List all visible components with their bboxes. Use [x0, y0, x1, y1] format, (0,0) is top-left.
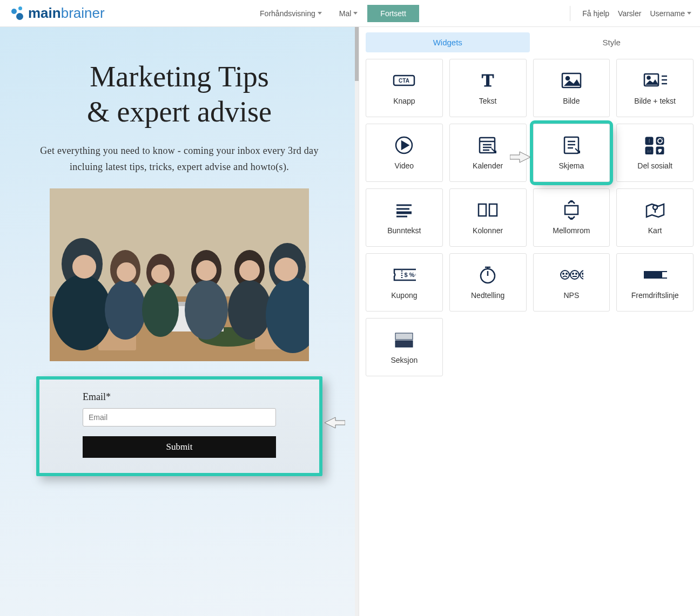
widget-kart[interactable]: Kart	[616, 188, 694, 247]
widget-label: Bunntekst	[387, 226, 421, 235]
tab-style[interactable]: Style	[530, 32, 694, 52]
svg-marker-38	[402, 141, 408, 149]
widget-bilde[interactable]: Bilde	[533, 59, 610, 117]
widget-kolonner[interactable]: Kolonner	[449, 188, 527, 247]
widget-label: Del sosialt	[637, 161, 672, 170]
svg-text:T: T	[482, 71, 494, 90]
nps-icon	[560, 265, 583, 285]
page-headline: Marketing Tips & expert advise	[16, 59, 342, 130]
headline-line2: & expert advise	[87, 96, 272, 128]
kupong-icon: $ %	[392, 265, 416, 285]
svg-rect-85	[654, 273, 657, 277]
video-icon	[392, 136, 416, 155]
svg-point-33	[647, 77, 650, 79]
svg-point-23	[196, 260, 217, 281]
bunntekst-icon	[392, 200, 416, 220]
widget-nps[interactable]: NPS	[533, 253, 610, 312]
nav-username[interactable]: Username	[650, 9, 691, 18]
svg-point-24	[239, 260, 260, 281]
svg-point-80	[582, 273, 583, 274]
brand-mark-icon	[9, 5, 25, 22]
svg-point-79	[580, 270, 583, 279]
svg-point-53	[661, 138, 663, 140]
brand-text-2: brainer	[61, 5, 105, 22]
nav-alerts[interactable]: Varsler	[618, 9, 641, 18]
widget-nedtelling[interactable]: Nedtelling	[449, 253, 527, 312]
canvas-page: Marketing Tips & expert advise Get every…	[0, 27, 359, 498]
svg-rect-83	[645, 273, 649, 277]
svg-rect-88	[395, 341, 413, 347]
widget-bunntekst[interactable]: Bunntekst	[366, 188, 443, 247]
pointer-arrow-icon	[324, 415, 345, 432]
brand-text-1: main	[28, 5, 61, 22]
editor-canvas[interactable]: Marketing Tips & expert advise Get every…	[0, 27, 359, 616]
svg-point-64	[653, 205, 657, 209]
widget-skjema[interactable]: Skjema	[533, 124, 610, 182]
page-subhead: Get everything you need to know - coming…	[28, 143, 331, 175]
chevron-down-icon	[318, 12, 322, 15]
form-submit-button[interactable]: Submit	[83, 436, 276, 458]
widget-fremdrift[interactable]: Fremdriftslinje	[616, 253, 694, 312]
widget-kalender[interactable]: Kalender	[449, 124, 527, 182]
sidebar-tabs: Widgets Style	[366, 32, 694, 52]
continue-button[interactable]: Fortsett	[367, 5, 419, 22]
main-content: Marketing Tips & expert advise Get every…	[0, 27, 700, 616]
nav-preview[interactable]: Forhåndsvisning	[252, 6, 329, 21]
svg-text:in: in	[647, 148, 651, 154]
widget-mellomrom[interactable]: Mellomrom	[533, 188, 610, 247]
widget-label: Mellomrom	[553, 226, 590, 235]
widget-knapp[interactable]: CTAKnapp	[366, 59, 443, 117]
tab-widgets[interactable]: Widgets	[366, 32, 530, 52]
nav-username-label: Username	[650, 9, 685, 18]
svg-text:$ %: $ %	[405, 272, 415, 278]
widget-kupong[interactable]: $ %Kupong	[366, 253, 443, 312]
scrollbar-thumb[interactable]	[355, 27, 359, 81]
svg-marker-26	[325, 417, 345, 428]
widget-seksjon[interactable]: Seksjon	[366, 318, 443, 376]
widget-label: Bilde + tekst	[634, 97, 676, 105]
nav-preview-label: Forhåndsvisning	[260, 9, 315, 18]
form-widget-highlight[interactable]: Email* Submit	[36, 376, 322, 476]
widget-label: NPS	[563, 291, 579, 300]
svg-rect-86	[658, 273, 662, 277]
kart-icon	[643, 200, 667, 220]
nedtelling-icon	[476, 265, 500, 285]
svg-point-17	[228, 280, 271, 340]
widget-video[interactable]: Video	[366, 124, 443, 182]
svg-point-76	[573, 273, 574, 274]
svg-point-31	[566, 77, 569, 80]
widget-label: Nedtelling	[471, 291, 504, 300]
widgets-sidebar: Widgets Style CTAKnappTTekstBildeBilde +…	[359, 27, 700, 616]
widget-tekst[interactable]: TTekst	[449, 59, 527, 117]
chevron-down-icon	[687, 12, 691, 15]
widget-grid: CTAKnappTTekstBildeBilde + tekstVideoKal…	[366, 59, 694, 376]
svg-point-73	[563, 273, 564, 274]
svg-rect-62	[489, 204, 497, 216]
svg-rect-63	[565, 206, 578, 214]
widget-label: Skjema	[559, 161, 584, 170]
svg-point-77	[576, 273, 577, 274]
svg-point-22	[151, 265, 170, 283]
svg-point-11	[105, 280, 146, 340]
widget-label: Seksjon	[391, 356, 418, 364]
svg-rect-61	[479, 204, 486, 216]
topnav-center: Forhåndsvisning Mal Fortsett	[252, 5, 419, 22]
svg-point-20	[72, 255, 96, 279]
widget-del-sosialt[interactable]: finDel sosialt	[616, 124, 694, 182]
brand-logo[interactable]: mainbrainer	[9, 5, 105, 22]
headline-line1: Marketing Tips	[90, 60, 269, 93]
widget-bilde-tekst[interactable]: Bilde + tekst	[616, 59, 694, 117]
fremdrift-icon	[643, 265, 667, 285]
nav-template[interactable]: Mal	[332, 6, 366, 21]
hero-image	[50, 188, 309, 361]
form-email-input[interactable]	[83, 408, 276, 427]
widget-label: Kolonner	[473, 226, 503, 235]
nav-help[interactable]: Få hjelp	[582, 9, 609, 18]
del-sosialt-icon: fin	[643, 136, 667, 155]
canvas-scrollbar[interactable]	[355, 27, 359, 616]
seksjon-icon	[392, 330, 416, 349]
svg-point-15	[185, 280, 228, 340]
kalender-icon	[476, 136, 500, 155]
widget-label: Tekst	[479, 97, 497, 105]
skjema-icon	[560, 136, 583, 155]
